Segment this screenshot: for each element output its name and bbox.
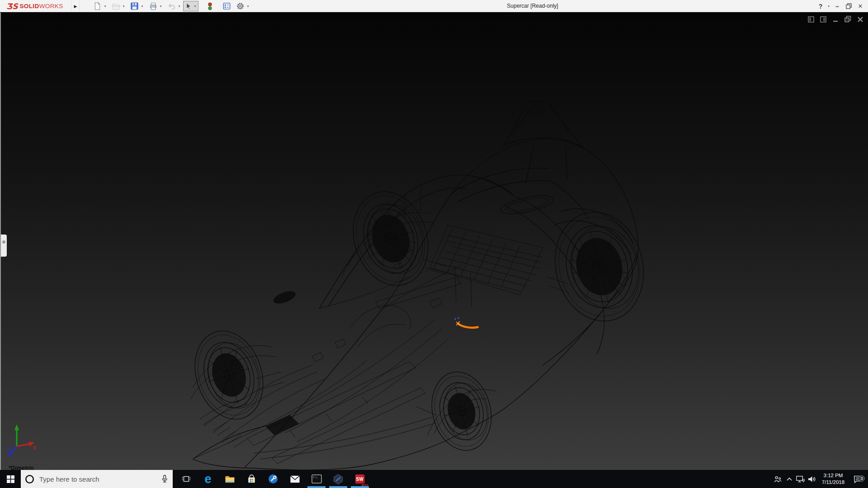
minimize-button[interactable]: – bbox=[832, 0, 843, 12]
collapsed-panel-tab[interactable] bbox=[1, 235, 7, 257]
dropdown-caret-icon[interactable]: ▾ bbox=[121, 5, 126, 8]
tray-chevron-up-icon[interactable] bbox=[783, 475, 795, 483]
axis-z-label: Z bbox=[9, 446, 11, 451]
running-indicator bbox=[307, 486, 326, 488]
panel-tab-dot-icon bbox=[2, 240, 5, 244]
mail-icon[interactable] bbox=[284, 470, 306, 488]
help-caret-icon[interactable]: ▾ bbox=[826, 0, 832, 12]
brand-name-bold: SOLID bbox=[19, 3, 39, 9]
list-properties-icon bbox=[222, 2, 231, 10]
axis-x-label: X bbox=[33, 446, 36, 450]
select-tool-button[interactable]: ▾ bbox=[183, 1, 198, 11]
close-button[interactable]: × bbox=[854, 0, 866, 12]
solidworks-taskbar-icon[interactable]: SW 2017 bbox=[349, 470, 371, 488]
gear-icon bbox=[236, 2, 245, 10]
print-button[interactable] bbox=[148, 1, 158, 11]
select-cursor-icon bbox=[184, 2, 193, 10]
microphone-icon[interactable] bbox=[160, 474, 169, 484]
dropdown-caret-icon[interactable]: ▾ bbox=[103, 5, 108, 8]
evaluate-list-button[interactable] bbox=[222, 1, 232, 11]
task-view-button[interactable] bbox=[175, 470, 197, 488]
brand-name-light: WORKS bbox=[39, 3, 63, 9]
undo-button[interactable] bbox=[166, 1, 177, 11]
people-icon[interactable] bbox=[772, 475, 783, 483]
doc-pane-left-icon[interactable] bbox=[808, 16, 814, 23]
save-button[interactable] bbox=[129, 1, 140, 11]
dropdown-caret-icon[interactable]: ▾ bbox=[158, 5, 163, 8]
taskbar-clock[interactable]: 3:12 PM 7/11/2018 bbox=[817, 472, 849, 486]
doc-close-button[interactable] bbox=[857, 16, 863, 23]
open-button[interactable] bbox=[111, 1, 121, 11]
clock-time: 3:12 PM bbox=[817, 472, 849, 479]
cortana-icon bbox=[25, 474, 34, 484]
edge-browser-icon[interactable]: e bbox=[197, 470, 219, 488]
dropdown-caret-icon[interactable]: ▾ bbox=[177, 5, 182, 8]
running-indicator bbox=[351, 486, 369, 488]
hexagon-3d-app-icon[interactable] bbox=[327, 470, 349, 488]
doc-restore-button[interactable] bbox=[844, 16, 851, 23]
window-controls: ? ▾ – × bbox=[816, 0, 866, 12]
solidworks-logo: ƷS SOLIDWORKS bbox=[6, 0, 63, 12]
running-indicator bbox=[329, 486, 347, 488]
restore-icon bbox=[846, 3, 852, 9]
front-right-wheel bbox=[424, 366, 500, 457]
new-document-button[interactable] bbox=[92, 1, 103, 11]
envelope-icon bbox=[290, 475, 300, 483]
clock-date: 7/11/2018 bbox=[817, 479, 849, 486]
windows-logo-icon bbox=[7, 475, 14, 483]
hexagon-icon bbox=[333, 474, 343, 484]
terminal-icon: C:\_ bbox=[311, 474, 322, 483]
doc-minimize-button[interactable] bbox=[832, 16, 839, 23]
print-icon bbox=[149, 2, 158, 11]
microsoft-store-icon[interactable] bbox=[241, 470, 262, 488]
rebuild-button[interactable] bbox=[205, 1, 215, 11]
orientation-triad[interactable]: X Z bbox=[5, 423, 42, 465]
volume-icon[interactable] bbox=[806, 475, 817, 483]
dropdown-caret-icon[interactable]: ▾ bbox=[193, 5, 198, 8]
traffic-light-icon bbox=[206, 2, 214, 11]
dropdown-caret-icon[interactable]: ▾ bbox=[245, 5, 250, 8]
dropdown-caret-icon[interactable]: ▾ bbox=[140, 5, 145, 8]
front-left-wheel bbox=[184, 322, 274, 428]
solidworks-logo-mark: ƷS bbox=[6, 2, 18, 11]
menu-flyout-arrow-icon[interactable]: ▶ bbox=[71, 0, 80, 12]
restore-button[interactable] bbox=[843, 0, 854, 12]
system-tray: 3:12 PM 7/11/2018 3 bbox=[772, 470, 868, 488]
svg-text:C:\_: C:\_ bbox=[313, 476, 319, 479]
task-view-icon bbox=[182, 474, 191, 483]
open-folder-icon bbox=[112, 2, 121, 11]
new-document-icon bbox=[93, 2, 102, 10]
wrench-circle-icon bbox=[268, 474, 278, 484]
document-title: Supercar [Read-only] bbox=[507, 0, 558, 12]
titlebar: ƷS SOLIDWORKS ▶ ▾ ▾ ▾ ▾ ▾ bbox=[0, 0, 868, 12]
sw-cube-icon: SW bbox=[355, 474, 365, 484]
folder-icon bbox=[225, 474, 235, 483]
start-button[interactable] bbox=[0, 470, 21, 488]
view-orientation-label: *Dimetric bbox=[9, 465, 34, 470]
network-icon[interactable] bbox=[795, 475, 806, 483]
selected-edge-highlight[interactable] bbox=[454, 317, 478, 328]
action-center-button[interactable]: 3 bbox=[849, 474, 866, 483]
solidworks-window: ƷS SOLIDWORKS ▶ ▾ ▾ ▾ ▾ ▾ bbox=[0, 0, 868, 488]
graphics-viewport[interactable]: X Z *Dimetric bbox=[0, 13, 868, 470]
document-window-controls bbox=[808, 16, 863, 23]
rear-right-wheel bbox=[544, 202, 655, 330]
options-button[interactable] bbox=[235, 1, 245, 11]
taskbar-app-icons: e C:\_ SW 2017 bbox=[175, 470, 371, 488]
help-button[interactable]: ? bbox=[816, 0, 826, 12]
search-input[interactable] bbox=[39, 475, 157, 483]
taskbar-search[interactable] bbox=[21, 470, 173, 488]
store-bag-icon bbox=[247, 474, 256, 484]
command-prompt-icon[interactable]: C:\_ bbox=[306, 470, 327, 488]
undo-arrow-icon bbox=[167, 2, 176, 10]
wireframe-car-model bbox=[1, 13, 868, 470]
notification-badge: 3 bbox=[859, 475, 865, 482]
quick-access-toolbar: ▾ ▾ ▾ ▾ ▾ ▾ bbox=[92, 0, 250, 12]
windows-taskbar: e C:\_ SW 2017 bbox=[0, 470, 868, 488]
save-floppy-icon bbox=[130, 2, 139, 10]
doc-pane-right-icon[interactable] bbox=[820, 16, 826, 23]
get-help-wrench-icon[interactable] bbox=[262, 470, 284, 488]
file-explorer-icon[interactable] bbox=[219, 470, 241, 488]
